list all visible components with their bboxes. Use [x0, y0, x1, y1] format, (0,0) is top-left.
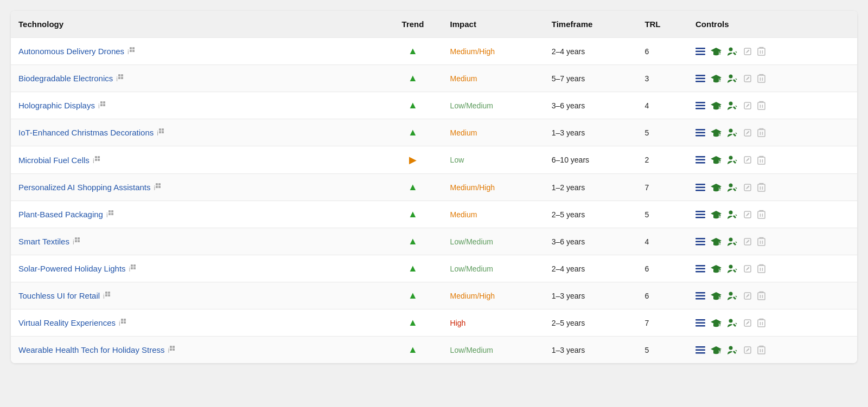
- technology-name[interactable]: IoT-Enhanced Christmas Decorations: [18, 128, 154, 137]
- technology-name[interactable]: Personalized AI Shopping Assistants: [18, 183, 151, 192]
- edit-button[interactable]: [743, 319, 752, 327]
- delete-button[interactable]: [757, 156, 765, 165]
- list-button[interactable]: [695, 156, 705, 164]
- technology-name[interactable]: Virtual Reality Experiences: [18, 318, 116, 327]
- graduation-cap-button[interactable]: [711, 155, 722, 165]
- trl-cell: 5: [637, 119, 688, 146]
- technology-name[interactable]: Touchless UI for Retail: [18, 291, 100, 300]
- graduation-cap-button[interactable]: [711, 128, 722, 138]
- svg-line-125: [736, 215, 737, 216]
- list-button[interactable]: [695, 319, 705, 327]
- edit-button[interactable]: [743, 237, 752, 246]
- list-button[interactable]: [695, 265, 705, 273]
- assign-button[interactable]: [727, 318, 738, 328]
- technology-name[interactable]: Plant-Based Packaging: [18, 210, 103, 219]
- technology-name[interactable]: Smart Textiles: [18, 237, 69, 246]
- graduation-cap-button[interactable]: [711, 264, 722, 274]
- graduation-cap-button[interactable]: [711, 210, 722, 219]
- graduation-cap-button[interactable]: [711, 291, 722, 301]
- list-button[interactable]: [695, 346, 705, 354]
- technology-name[interactable]: Wearable Health Tech for Holiday Stress: [18, 345, 165, 354]
- trl-cell: 6: [637, 255, 688, 282]
- svg-point-86: [729, 156, 732, 160]
- svg-rect-155: [133, 267, 136, 269]
- technology-name[interactable]: Solar-Powered Holiday Lights: [18, 264, 126, 273]
- edit-button[interactable]: [743, 74, 752, 83]
- delete-button[interactable]: [757, 74, 765, 83]
- delete-button[interactable]: [757, 291, 765, 300]
- graduation-cap-button[interactable]: [711, 345, 722, 355]
- impact-cell: Medium/High: [443, 282, 544, 309]
- list-button[interactable]: [695, 292, 705, 300]
- list-button[interactable]: [695, 75, 705, 82]
- edit-button[interactable]: [743, 210, 752, 219]
- impact-cell: Medium/High: [443, 174, 544, 201]
- delete-button[interactable]: [757, 101, 765, 110]
- graduation-cap-button[interactable]: [711, 74, 722, 83]
- svg-rect-5: [695, 50, 705, 52]
- svg-rect-108: [758, 184, 765, 191]
- svg-rect-116: [108, 213, 111, 215]
- graduation-cap-button[interactable]: [711, 47, 722, 56]
- delete-button[interactable]: [757, 264, 765, 273]
- delete-button[interactable]: [757, 128, 765, 137]
- assign-button[interactable]: [727, 237, 738, 247]
- graduation-cap-button[interactable]: [711, 318, 722, 328]
- graduation-cap-button[interactable]: [711, 101, 722, 111]
- svg-rect-146: [758, 238, 765, 246]
- list-button[interactable]: [695, 48, 705, 55]
- svg-rect-139: [695, 244, 705, 246]
- timeframe-cell: 1–3 years: [544, 282, 637, 309]
- assign-button[interactable]: [727, 264, 738, 274]
- technology-name[interactable]: Holographic Displays: [18, 101, 95, 110]
- assign-button[interactable]: [727, 345, 738, 355]
- edit-button[interactable]: [743, 47, 752, 56]
- technology-name[interactable]: Biodegradable Electronics: [18, 74, 113, 83]
- trend-cell: ▲: [383, 309, 442, 337]
- impact-cell: Medium: [443, 65, 544, 92]
- list-button[interactable]: [695, 102, 705, 109]
- svg-rect-77: [98, 156, 100, 158]
- edit-button[interactable]: [743, 346, 752, 354]
- delete-button[interactable]: [757, 318, 765, 327]
- edit-button[interactable]: [743, 292, 752, 300]
- assign-button[interactable]: [727, 74, 738, 83]
- svg-rect-196: [695, 325, 705, 327]
- edit-button[interactable]: [743, 183, 752, 192]
- svg-rect-47: [719, 106, 720, 109]
- edit-button[interactable]: [743, 156, 752, 164]
- delete-button[interactable]: [757, 47, 765, 56]
- list-button[interactable]: [695, 238, 705, 246]
- timeframe-cell: 1–2 years: [544, 174, 637, 201]
- impact-cell: Low: [443, 146, 544, 174]
- list-button[interactable]: [695, 129, 705, 137]
- edit-button[interactable]: [743, 264, 752, 273]
- delete-button[interactable]: [757, 210, 765, 219]
- list-button[interactable]: [695, 211, 705, 218]
- assign-button[interactable]: [727, 128, 738, 138]
- svg-rect-184: [758, 293, 765, 300]
- svg-rect-66: [719, 133, 720, 136]
- table-row: Biodegradable Electronicsi ▲Medium5–7 ye…: [11, 65, 857, 92]
- technology-name[interactable]: Autonomous Delivery Drones: [18, 47, 124, 56]
- controls-cell: [688, 146, 857, 174]
- svg-rect-118: [695, 211, 705, 212]
- graduation-cap-button[interactable]: [711, 183, 722, 192]
- assign-button[interactable]: [727, 183, 738, 192]
- edit-button[interactable]: [743, 101, 752, 110]
- delete-button[interactable]: [757, 237, 765, 246]
- list-button[interactable]: [695, 184, 705, 191]
- trl-cell: 4: [637, 92, 688, 119]
- assign-button[interactable]: [727, 155, 738, 165]
- trend-cell: ▶: [383, 146, 442, 174]
- delete-button[interactable]: [757, 345, 765, 354]
- assign-button[interactable]: [727, 47, 738, 56]
- graduation-cap-button[interactable]: [711, 237, 722, 247]
- edit-button[interactable]: [743, 128, 752, 137]
- assign-button[interactable]: [727, 291, 738, 301]
- assign-button[interactable]: [727, 101, 738, 111]
- technology-name[interactable]: Microbial Fuel Cells: [18, 156, 90, 165]
- assign-button[interactable]: [727, 210, 738, 219]
- svg-rect-173: [105, 294, 107, 296]
- delete-button[interactable]: [757, 183, 765, 192]
